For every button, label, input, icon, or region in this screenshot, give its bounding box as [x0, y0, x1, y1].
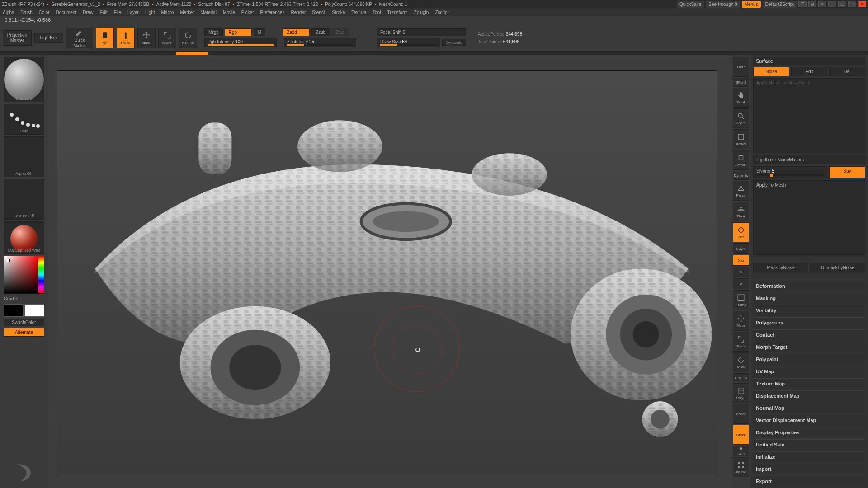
- accordion-polygroups[interactable]: Polygroups: [753, 317, 865, 328]
- brush-picker[interactable]: Standard: [4, 57, 44, 102]
- maskbynoise-button[interactable]: MaskByNoise: [753, 263, 808, 272]
- menu-macro[interactable]: Macro: [161, 10, 174, 15]
- menu-zplugin[interactable]: Zplugin: [414, 10, 429, 15]
- suv-button[interactable]: Suv: [829, 166, 865, 178]
- color-picker[interactable]: [4, 256, 44, 294]
- accordion-polypaint[interactable]: Polypaint: [753, 354, 865, 364]
- accordion-display-properties[interactable]: Display Properties: [753, 427, 865, 437]
- quicksave-button[interactable]: QuickSave: [677, 1, 704, 8]
- rot-z-button[interactable]: ⟳: [733, 278, 749, 289]
- menu-edit[interactable]: Edit: [100, 10, 108, 15]
- gradient-toggle[interactable]: Gradient: [4, 296, 44, 302]
- menu-alpha[interactable]: Alpha: [3, 10, 14, 15]
- edit-mode-button[interactable]: Edit: [96, 28, 114, 48]
- snorm-slider[interactable]: SNorm 5: [753, 166, 827, 178]
- dynamic-nav-toggle[interactable]: Dynamic: [733, 171, 749, 180]
- material-picker[interactable]: MatCap Red Wax: [4, 221, 44, 254]
- accordion-uv-map[interactable]: UV Map: [753, 366, 865, 376]
- menu-stencil[interactable]: Stencil: [312, 10, 326, 15]
- draw-size-slider[interactable]: Draw Size 64: [377, 38, 440, 47]
- accordion-vector-displacement-map[interactable]: Vector Displacement Map: [753, 415, 865, 425]
- defaultzscript-button[interactable]: DefaultZScript: [763, 1, 797, 8]
- accordion-unified-skin[interactable]: Unified Skin: [753, 439, 865, 450]
- maximize-icon[interactable]: □: [848, 1, 856, 7]
- spix-slider[interactable]: SPix 3: [733, 78, 749, 87]
- stroke-picker[interactable]: Dots: [4, 104, 44, 135]
- focal-shift-slider[interactable]: Focal Shift 0: [377, 28, 466, 36]
- restore-icon[interactable]: ▢: [838, 1, 846, 7]
- accordion-contact[interactable]: Contact: [753, 329, 865, 340]
- noise-button[interactable]: Noise: [753, 67, 789, 76]
- actual-button[interactable]: Actual: [733, 129, 749, 149]
- z-intensity-slider[interactable]: Z Intensity 25: [284, 38, 356, 47]
- transp-button[interactable]: Transp: [733, 404, 749, 424]
- texture-picker[interactable]: Texture Off: [4, 179, 44, 220]
- accordion-morph-target[interactable]: Morph Target: [753, 342, 865, 352]
- unmaskbynoise-button[interactable]: UnmaskByNoise: [810, 263, 865, 272]
- menu-movie[interactable]: Movie: [223, 10, 235, 15]
- menu-zscript[interactable]: Zscript: [435, 10, 448, 15]
- accordion-import[interactable]: Import: [753, 464, 865, 474]
- menu-render[interactable]: Render: [291, 10, 306, 15]
- accordion-initialize[interactable]: Initialize: [753, 451, 865, 462]
- menu-material[interactable]: Material: [201, 10, 217, 15]
- lightbox-button[interactable]: LightBox: [34, 33, 63, 43]
- rgb-toggle[interactable]: Rgb: [225, 28, 252, 36]
- nav-rotate-button[interactable]: Rotate: [733, 352, 749, 372]
- zoom-button[interactable]: Zoom: [733, 108, 749, 128]
- menu-light[interactable]: Light: [145, 10, 155, 15]
- edit-noise-button[interactable]: Edit: [791, 67, 827, 76]
- menu-color[interactable]: Color: [39, 10, 50, 15]
- menu-tool[interactable]: Tool: [373, 10, 381, 15]
- xpose-button[interactable]: Xpose: [733, 457, 749, 477]
- dynamic-toggle[interactable]: Dynamic: [442, 39, 466, 46]
- help-icon[interactable]: ?: [818, 1, 826, 7]
- draw-mode-button[interactable]: Draw: [117, 28, 135, 48]
- minimize-icon[interactable]: _: [828, 1, 836, 7]
- scroll-button[interactable]: Scroll: [733, 88, 749, 108]
- accordion-masking[interactable]: Masking: [753, 293, 865, 303]
- switchcolor-button[interactable]: SwitchColor: [4, 319, 44, 326]
- menu-stroke[interactable]: Stroke: [332, 10, 345, 15]
- bpr-button[interactable]: BPR: [733, 57, 749, 77]
- menu-picker[interactable]: Picker: [241, 10, 254, 15]
- menu-preferences[interactable]: Preferences: [260, 10, 285, 15]
- accordion-displacement-map[interactable]: Displacement Map: [753, 390, 865, 401]
- rotate-mode-button[interactable]: Rotate: [179, 28, 197, 48]
- menu-brush[interactable]: Brush: [21, 10, 33, 15]
- frame-button[interactable]: Frame: [733, 290, 749, 310]
- menu-texture[interactable]: Texture: [351, 10, 366, 15]
- lightbox-noisemakers-button[interactable]: Lightbox › NoiseMakers: [753, 155, 865, 164]
- accordion-deformation[interactable]: Deformation: [753, 281, 865, 291]
- menu-file[interactable]: File: [114, 10, 121, 15]
- local-button[interactable]: Local: [733, 222, 749, 242]
- quicksketch-button[interactable]: Quick Sketch: [66, 28, 93, 48]
- zsub-toggle[interactable]: Zsub: [311, 28, 330, 36]
- menu-layer[interactable]: Layer: [127, 10, 139, 15]
- rgb-intensity-slider[interactable]: Rgb Intensity 100: [204, 38, 277, 47]
- ghost-button[interactable]: Ghost: [733, 425, 749, 445]
- move-mode-button[interactable]: Move: [137, 28, 156, 48]
- nav-scale-button[interactable]: Scale: [733, 332, 749, 352]
- menus-button[interactable]: Menus: [742, 1, 761, 8]
- nav-move-button[interactable]: Move: [733, 311, 749, 331]
- menu-document[interactable]: Document: [56, 10, 77, 15]
- menu-marker[interactable]: Marker: [180, 10, 194, 15]
- del-noise-button[interactable]: Del: [829, 67, 865, 76]
- polyf-button[interactable]: PolyF: [733, 383, 749, 403]
- pin-icon[interactable]: ⊟: [808, 1, 816, 7]
- m-toggle[interactable]: M: [254, 28, 265, 36]
- seethrough-slider[interactable]: See-through 0: [706, 1, 740, 8]
- zadd-toggle[interactable]: Zadd: [283, 28, 310, 36]
- projection-master-button[interactable]: Projection Master: [3, 30, 32, 46]
- rot-y-button[interactable]: ↻: [733, 267, 749, 277]
- shelf-divider[interactable]: [0, 52, 868, 55]
- solo-button[interactable]: Solo: [733, 446, 749, 456]
- alpha-picker[interactable]: Alpha Off: [4, 136, 44, 177]
- linefill-button[interactable]: Line Fill: [733, 373, 749, 382]
- alternate-button[interactable]: Alternate: [4, 328, 44, 337]
- surface-header[interactable]: Surface: [753, 57, 865, 65]
- aahalf-button[interactable]: AAHalf: [733, 150, 749, 170]
- xyz-button[interactable]: Xyz: [733, 255, 749, 266]
- fg-bg-colors[interactable]: [4, 304, 44, 317]
